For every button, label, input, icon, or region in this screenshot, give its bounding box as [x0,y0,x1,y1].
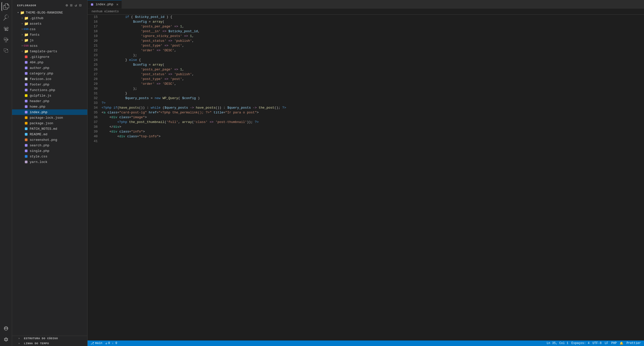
code-line-17: 'posts_per_page' => 1, [102,24,644,29]
author-icon [24,66,28,70]
screenshot-icon [24,138,28,142]
sidebar-item-css[interactable]: › CSS css [12,26,87,32]
sidebar-item-scss[interactable]: › CSS scss [12,43,87,49]
code-line-19: 'ignore_sticky_posts' => 1, [102,34,644,38]
code-line-28: 'post_type' => 'post', [102,77,644,81]
spaces-text: Espaços: 4 [571,341,589,345]
svg-rect-1 [25,61,28,64]
status-ln-col[interactable]: Ln 35, Col 1 [547,341,568,345]
tab-close-button[interactable]: ✕ [116,2,118,7]
source-control-icon[interactable] [2,24,11,33]
language-text: PHP [611,341,617,345]
status-eol[interactable]: LF [605,341,608,345]
code-line-30: ); [102,86,644,91]
svg-rect-2 [25,67,28,69]
svg-rect-3 [25,72,28,75]
gitignore-label: .gitignore [30,55,49,59]
debug-icon[interactable] [2,35,11,44]
search-icon[interactable] [2,13,11,22]
sidebar-item-template-parts[interactable]: › 📁 template-parts [12,49,87,54]
yarnlock-icon [24,160,28,164]
activity-bar [0,0,12,346]
code-line-22: 'order' => 'DESC', [102,48,644,53]
svg-rect-18 [25,155,28,158]
sidebar-item-category[interactable]: › category.php [12,71,87,76]
patch-label: PATCH_NOTES.md [30,127,57,131]
svg-rect-20 [91,3,93,6]
sidebar-estrutura[interactable]: › ESTRUTURA DO CÓDIGO [12,336,87,341]
stylecss-label: style.css [30,155,47,158]
status-language[interactable]: PHP [611,341,617,345]
sidebar-item-packagelock[interactable]: › package-lock.json [12,115,87,120]
home-icon [24,105,28,109]
sidebar-item-readme[interactable]: › README.md [12,132,87,137]
sidebar-item-yarnlock[interactable]: › yarn.lock [12,159,87,165]
sidebar-item-search[interactable]: › search.php [12,143,87,148]
sidebar-item-footer[interactable]: › footer.php [12,82,87,87]
svg-rect-11 [25,116,28,119]
sidebar-item-stylecss[interactable]: › style.css [12,154,87,159]
header-icon [24,99,28,103]
css-label: css [30,27,35,31]
sidebar-item-fonts[interactable]: › 📁 fonts [12,32,87,37]
sidebar-item-package[interactable]: › package.json [12,120,87,126]
sidebar-item-header[interactable]: › header.php [12,98,87,104]
folder-icon: 📁 [20,11,24,15]
sidebar: EXPLORADOR ⊕ ⊞ ↺ ⊟ ▾ 📁 THEME-BLOG-RANKDO… [12,0,88,346]
status-branch[interactable]: ⎇ main [91,341,102,345]
code-line-26: 'posts_per_page' => 1, [102,67,644,72]
gulpfile-label: gulpfile.js [30,94,51,98]
extensions-icon[interactable] [2,46,11,55]
sidebar-item-assets[interactable]: › 📁 assets [12,21,87,26]
sidebar-item-home[interactable]: › home.php [12,104,87,109]
new-folder-icon[interactable]: ⊞ [70,3,73,8]
sidebar-item-index[interactable]: › index.php [12,109,87,115]
status-bar-right: Ln 35, Col 1 Espaços: 4 UTF-8 LF PHP 🔔 P… [547,341,641,345]
sidebar-item-root[interactable]: ▾ 📁 THEME-BLOG-RANKDONE [12,10,87,15]
sync-count: 0 ↓ 0 [108,341,117,345]
package-label: package.json [30,121,53,125]
sidebar-item-functions[interactable]: › functions.php [12,87,87,93]
sidebar-item-patch[interactable]: › PATCH_NOTES.md [12,126,87,132]
sidebar-item-favicon[interactable]: › favicon.ico [12,76,87,82]
code-line-23: ); [102,53,644,58]
sidebar-item-screenshot[interactable]: › screenshot.png [12,137,87,143]
code-line-29: 'order' => 'DESC', [102,81,644,86]
github-label: .github [30,16,44,20]
editor[interactable]: 15 16 17 18 19 20 21 22 23 24 25 26 27 2… [88,15,644,340]
tab-file-icon [91,3,94,6]
sidebar-item-author[interactable]: › author.php [12,65,87,71]
sidebar-item-js[interactable]: › 📁 js [12,37,87,43]
status-bell[interactable]: 🔔 [620,341,623,345]
new-file-icon[interactable]: ⊕ [65,3,69,8]
code-line-38: <?php the_post_thumbnail('full', array('… [102,120,644,124]
status-spaces[interactable]: Espaços: 4 [571,341,589,345]
status-prettier[interactable]: Prettier [626,341,641,345]
code-content[interactable]: if ( $sticky_post_id ) { $config = array… [100,15,644,340]
author-label: author.php [30,66,49,70]
sidebar-item-github[interactable]: › 📁 .github [12,15,87,21]
category-label: category.php [30,72,53,75]
scss-label: scss [30,44,37,48]
files-icon[interactable] [2,2,11,11]
svg-rect-4 [25,78,28,80]
refresh-icon[interactable]: ↺ [74,3,78,8]
sidebar-linha[interactable]: › LINHA DO TEMPO [12,341,87,346]
sidebar-item-404[interactable]: › 404.php [12,60,87,65]
accounts-icon[interactable] [2,324,11,333]
settings-icon[interactable] [2,335,11,344]
collapse-icon[interactable]: ⊟ [79,3,82,8]
sidebar-item-gulpfile[interactable]: › gulpfile.js [12,93,87,98]
activity-bar-bottom [2,324,11,346]
status-encoding[interactable]: UTF-8 [592,341,601,345]
package-icon [24,121,28,125]
status-sync[interactable]: ↺ 0 ↓ 0 [105,341,117,345]
assets-folder-icon: 📁 [24,22,28,26]
svg-rect-5 [25,83,28,86]
code-line-37: <div class="image"> [102,115,644,120]
404-icon [24,60,28,64]
sidebar-item-gitignore[interactable]: › .gitignore [12,54,87,60]
sidebar-item-single[interactable]: › single.php [12,148,87,154]
code-line-25: $config = array( [102,62,644,67]
tab-index-php[interactable]: index.php ✕ [88,0,122,9]
